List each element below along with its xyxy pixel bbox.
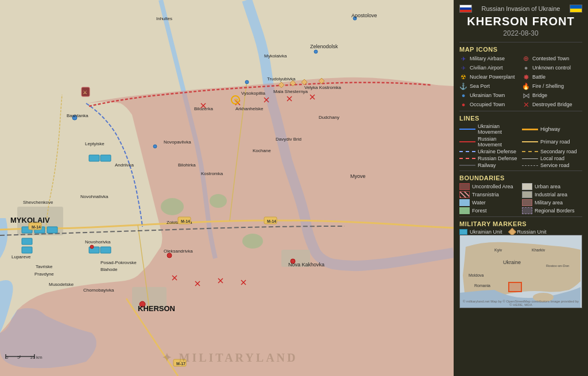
svg-point-87 — [210, 194, 227, 208]
legend-battle: ✸ Battle — [522, 73, 582, 81]
legend-bridge: ⋈ Bridge — [522, 91, 582, 99]
ru-defense-sym — [459, 156, 475, 161]
svg-text:Apostolove: Apostolove — [351, 13, 377, 18]
industrial-label: Industrial area — [535, 192, 567, 197]
ru-defense-label: Russian Defense — [478, 156, 517, 161]
svg-rect-26 — [22, 247, 32, 253]
sea-port-label: Sea Port — [470, 83, 490, 89]
svg-text:Nova Kakhovka: Nova Kakhovka — [288, 262, 324, 268]
military-airbase-label: Military Airbase — [470, 56, 505, 61]
battle-icon: ✸ — [522, 73, 530, 81]
ua-movement-label: Ukrainian Movement — [478, 123, 520, 135]
copyright-text: © militaryland.net Map by © OpenStreetMa… — [461, 300, 581, 307]
unknown-control-icon: ● — [522, 64, 530, 72]
destroyed-bridge-label: Destroyed Bridge — [532, 102, 572, 107]
contested-town-icon: ⊕ — [522, 55, 530, 63]
water-label: Water — [472, 200, 486, 206]
svg-text:Davydiv Brid: Davydiv Brid — [276, 137, 301, 142]
svg-text:Arkhanhelske: Arkhanhelske — [235, 106, 264, 111]
svg-point-88 — [242, 234, 263, 249]
ru-movement-item: Russian Movement — [459, 136, 520, 148]
military-area-label: Military area — [535, 200, 563, 206]
svg-text:Shevchenkove: Shevchenkove — [23, 200, 53, 205]
ukrainian-town-icon: ● — [459, 91, 467, 99]
forest-sym — [459, 207, 470, 214]
ru-unit-label: Russian Unit — [517, 229, 547, 235]
svg-text:Posad-Pokrovske: Posad-Pokrovske — [100, 260, 137, 265]
svg-text:Bashtanka: Bashtanka — [67, 113, 88, 118]
ua-unit-sym — [459, 229, 467, 235]
ru-movement-sym — [459, 139, 475, 144]
svg-text:Myove: Myove — [350, 173, 366, 179]
water-item: Water — [459, 199, 520, 206]
boundaries-section-title: BOUNDARIES — [459, 175, 582, 181]
svg-text:KHERSON: KHERSON — [138, 304, 175, 313]
subtitle-text: Russian Invasion of Ukraine — [475, 5, 566, 12]
svg-text:5: 5 — [17, 355, 20, 360]
primary-road-item: Primary road — [522, 136, 582, 148]
ua-defense-item: Ukraine Defense — [459, 149, 520, 154]
highway-label: Highway — [540, 126, 560, 132]
ru-movement-label: Russian Movement — [478, 136, 520, 148]
markers-section-title: MILITARY MARKERS — [459, 220, 582, 227]
urban-label: Urban area — [535, 184, 560, 189]
civilian-airport-label: Civilian Airport — [470, 65, 503, 71]
primary-road-label: Primary road — [540, 139, 570, 145]
urban-item: Urban area — [522, 183, 582, 190]
ua-movement-sym — [459, 127, 475, 131]
legend-destroyed-bridge: ✕ Destroyed Bridge — [522, 100, 582, 108]
ukrainian-town-label: Ukrainian Town — [470, 92, 505, 98]
civilian-airport-icon: ✈ — [459, 64, 467, 72]
regional-borders-item: Regional Borders — [522, 207, 582, 214]
map-date: 2022-08-30 — [459, 29, 582, 37]
svg-text:Zelenodolsk: Zelenodolsk — [310, 44, 338, 49]
lines-legend-grid: Ukrainian Movement Highway Russian Movem… — [459, 123, 582, 168]
uncontrolled-label: Uncontrolled Area — [472, 184, 513, 189]
svg-text:Leptyiske: Leptyiske — [85, 141, 105, 146]
svg-text:Dudchany: Dudchany — [319, 115, 339, 120]
transnistria-label: Transnistria — [472, 192, 499, 197]
svg-text:0: 0 — [6, 355, 9, 360]
water-sym — [459, 199, 470, 206]
military-area-sym — [522, 199, 532, 206]
svg-text:Mykolaivka: Mykolaivka — [264, 53, 287, 59]
fire-shelling-icon: 🔥 — [522, 82, 530, 90]
ua-unit-item: Ukrainian Unit — [459, 229, 502, 235]
mini-map: Ukraine Romania Moldova Kyiv Kharkiv Ros… — [459, 235, 582, 308]
svg-text:Kochane: Kochane — [253, 148, 271, 153]
railway-label: Railway — [478, 162, 496, 168]
ukraine-flag — [570, 5, 582, 13]
destroyed-bridge-icon: ✕ — [522, 100, 530, 108]
legend-occupied-town: ● Occupied Town — [459, 100, 520, 108]
industrial-sym — [522, 191, 532, 198]
regional-borders-sym — [522, 207, 532, 214]
legend-nuclear-powerplant: ☢ Nuclear Powerplant — [459, 73, 520, 81]
bridge-label: Bridge — [532, 92, 547, 98]
bridge-icon: ⋈ — [522, 91, 530, 99]
svg-text:M-14: M-14 — [181, 219, 190, 223]
svg-text:10 km: 10 km — [30, 355, 42, 360]
icon-legend-grid: ✈ Military Airbase ⊕ Contested Town ✈ Ci… — [459, 55, 582, 108]
svg-text:Blahode: Blahode — [100, 267, 118, 272]
svg-text:Kostromka: Kostromka — [201, 171, 223, 176]
legend-contested-town: ⊕ Contested Town — [522, 55, 582, 63]
service-road-label: Service road — [540, 162, 570, 168]
boundaries-legend-grid: Uncontrolled Area Urban area Transnistri… — [459, 183, 582, 214]
occupied-town-label: Occupied Town — [470, 102, 505, 107]
legend-panel: Russian Invasion of Ukraine KHERSON FRON… — [454, 0, 588, 376]
highway-sym — [522, 127, 538, 131]
svg-rect-25 — [22, 238, 32, 245]
svg-text:Rostov-on-Don: Rostov-on-Don — [546, 264, 569, 268]
svg-text:Velyka Kostromka: Velyka Kostromka — [304, 85, 342, 90]
highway-item: Highway — [522, 123, 582, 135]
svg-text:Novohorivka: Novohorivka — [85, 239, 111, 245]
svg-text:Bilozerka: Bilozerka — [194, 106, 213, 111]
legend-header: Russian Invasion of Ukraine — [459, 5, 582, 13]
forest-label: Forest — [472, 208, 487, 214]
regional-borders-label: Regional Borders — [535, 208, 575, 214]
map-svg: MYKOLAIV KHERSON Apostolove Zelenodolsk … — [0, 0, 454, 376]
svg-text:⚔: ⚔ — [83, 90, 87, 95]
svg-point-38 — [314, 50, 318, 53]
svg-text:Lupareve: Lupareve — [11, 254, 31, 259]
ua-unit-label: Ukrainian Unit — [470, 229, 502, 235]
